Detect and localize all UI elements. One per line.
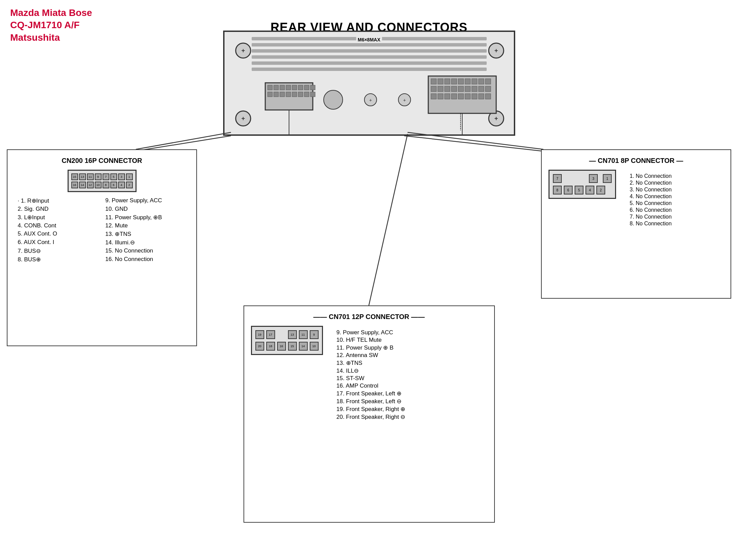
pin-item: 16. AMP Control bbox=[337, 382, 406, 389]
svg-rect-57 bbox=[485, 94, 491, 99]
cn200-diagram: 15 13 11 9 7 5 3 1 16 14 12 10 8 6 4 2 bbox=[14, 170, 190, 192]
pin-item: 2. No Connection bbox=[630, 180, 672, 186]
pin-item: 17. Front Speaker, Left ⊕ bbox=[337, 390, 406, 397]
svg-rect-52 bbox=[451, 94, 457, 99]
pin-item: 9. Power Supply, ACC bbox=[337, 329, 406, 336]
svg-rect-37 bbox=[472, 79, 477, 84]
pin-item: 7. BUS⊖ bbox=[18, 247, 98, 255]
svg-rect-33 bbox=[445, 79, 450, 84]
cn701-12p-box: —— CN701 12P CONNECTOR —— 19 17 13 11 9 … bbox=[244, 305, 495, 523]
svg-rect-13 bbox=[292, 85, 297, 90]
pin-item: 5. No Connection bbox=[630, 200, 672, 206]
svg-rect-38 bbox=[479, 79, 484, 84]
svg-rect-40 bbox=[431, 86, 436, 92]
pin-item: 4. No Connection bbox=[630, 193, 672, 200]
svg-rect-11 bbox=[280, 85, 285, 90]
svg-rect-35 bbox=[458, 79, 464, 84]
svg-rect-44 bbox=[458, 86, 464, 92]
unit-diagram-svg: + + + + + + bbox=[224, 32, 514, 134]
svg-rect-16 bbox=[310, 85, 315, 90]
svg-rect-24 bbox=[310, 92, 315, 97]
pin-item: 16. No Connection bbox=[105, 256, 186, 263]
cn701-12p-content: 19 17 13 11 9 20 18 16 15 14 10 9. Power… bbox=[251, 326, 487, 421]
svg-rect-20 bbox=[286, 92, 291, 97]
pin-item: 14. ILL⊖ bbox=[337, 367, 406, 374]
svg-rect-54 bbox=[465, 94, 470, 99]
svg-rect-34 bbox=[451, 79, 457, 84]
pin-item: 11. Power Supply, ⊕B bbox=[105, 214, 186, 221]
svg-rect-14 bbox=[298, 85, 303, 90]
pin-item: 15. No Connection bbox=[105, 247, 186, 255]
svg-rect-53 bbox=[458, 94, 464, 99]
pin-item: 10. H/F TEL Mute bbox=[337, 337, 406, 343]
svg-rect-39 bbox=[485, 79, 491, 84]
pin-item: 12. Mute bbox=[105, 222, 186, 229]
svg-rect-50 bbox=[438, 94, 443, 99]
svg-rect-47 bbox=[479, 86, 484, 92]
pin-item: · 1. R⊕Input bbox=[18, 197, 98, 204]
svg-rect-42 bbox=[445, 86, 450, 92]
pin-item: 15. ST-SW bbox=[337, 375, 406, 382]
svg-text:+: + bbox=[403, 97, 406, 103]
pin-item: 3. No Connection bbox=[630, 187, 672, 193]
svg-rect-31 bbox=[431, 79, 436, 84]
pin-item: 2. Sig. GND bbox=[18, 206, 98, 212]
svg-rect-22 bbox=[298, 92, 303, 97]
cn701-8p-pin-list: 1. No Connection 2. No Connection 3. No … bbox=[630, 173, 672, 227]
svg-rect-55 bbox=[472, 94, 477, 99]
svg-point-25 bbox=[324, 90, 343, 109]
pin-item: 8. No Connection bbox=[630, 221, 672, 227]
pin-item: 11. Power Supply ⊕ B bbox=[337, 344, 406, 351]
svg-text:+: + bbox=[241, 115, 245, 122]
cn200-pin-list: · 1. R⊕Input 9. Power Supply, ACC 2. Sig… bbox=[14, 197, 190, 263]
cn701-8p-diagram: 7 3 1 8 6 5 4 2 bbox=[548, 170, 616, 199]
cn701-8p-content: 7 3 1 8 6 5 4 2 1. No Connection 2. No C… bbox=[548, 170, 724, 227]
svg-rect-32 bbox=[438, 79, 443, 84]
unit-body: M6×8MAX + + + + bbox=[223, 31, 515, 136]
svg-line-65 bbox=[369, 134, 408, 305]
svg-rect-15 bbox=[304, 85, 309, 90]
svg-rect-51 bbox=[445, 94, 450, 99]
svg-rect-23 bbox=[304, 92, 309, 97]
svg-rect-43 bbox=[451, 86, 457, 92]
svg-rect-36 bbox=[465, 79, 470, 84]
pin-item: 13. ⊕TNS bbox=[337, 359, 406, 367]
svg-rect-41 bbox=[438, 86, 443, 92]
pin-item: 10. GND bbox=[105, 206, 186, 212]
svg-rect-10 bbox=[274, 85, 278, 90]
pin-item: 19. Front Speaker, Right ⊕ bbox=[337, 406, 406, 413]
svg-line-61 bbox=[136, 132, 231, 149]
pin-item: 5. AUX Cont. O bbox=[18, 230, 98, 238]
pin-item: 6. No Connection bbox=[630, 207, 672, 213]
svg-rect-12 bbox=[286, 85, 291, 90]
pin-item: 6. AUX Cont. I bbox=[18, 239, 98, 246]
pin-item: 4. CONB. Cont bbox=[18, 222, 98, 229]
pin-item: 3. L⊕Input bbox=[18, 214, 98, 221]
cn701-8p-box: — CN701 8P CONNECTOR — 7 3 1 8 6 5 4 2 1… bbox=[541, 149, 731, 299]
svg-rect-56 bbox=[479, 94, 484, 99]
svg-rect-17 bbox=[268, 92, 272, 97]
svg-rect-49 bbox=[431, 94, 436, 99]
svg-rect-48 bbox=[485, 86, 491, 92]
pin-item: 1. No Connection bbox=[630, 173, 672, 179]
pin-item: 20. Front Speaker, Right ⊖ bbox=[337, 413, 406, 421]
pin-item: 14. Illumi.⊖ bbox=[105, 239, 186, 246]
pin-item: 18. Front Speaker, Left ⊖ bbox=[337, 398, 406, 405]
cn200-title: CN200 16P CONNECTOR bbox=[14, 157, 190, 165]
pin-item: 13. ⊕TNS bbox=[105, 230, 186, 238]
svg-rect-19 bbox=[280, 92, 285, 97]
svg-text:+: + bbox=[369, 97, 372, 103]
svg-text:+: + bbox=[494, 115, 498, 122]
svg-line-64 bbox=[404, 136, 542, 151]
svg-text:+: + bbox=[494, 47, 498, 54]
cn200-box: CN200 16P CONNECTOR 15 13 11 9 7 5 3 1 1… bbox=[7, 149, 197, 346]
svg-rect-9 bbox=[268, 85, 272, 90]
cn701-12p-title: —— CN701 12P CONNECTOR —— bbox=[251, 313, 487, 321]
pin-item: 9. Power Supply, ACC bbox=[105, 197, 186, 204]
cn701-8p-title: — CN701 8P CONNECTOR — bbox=[548, 157, 724, 165]
pin-item: 12. Antenna SW bbox=[337, 352, 406, 359]
svg-rect-21 bbox=[292, 92, 297, 97]
svg-rect-45 bbox=[465, 86, 470, 92]
pin-item: 7. No Connection bbox=[630, 214, 672, 220]
cn701-12p-diagram: 19 17 13 11 9 20 18 16 15 14 10 bbox=[251, 326, 323, 355]
